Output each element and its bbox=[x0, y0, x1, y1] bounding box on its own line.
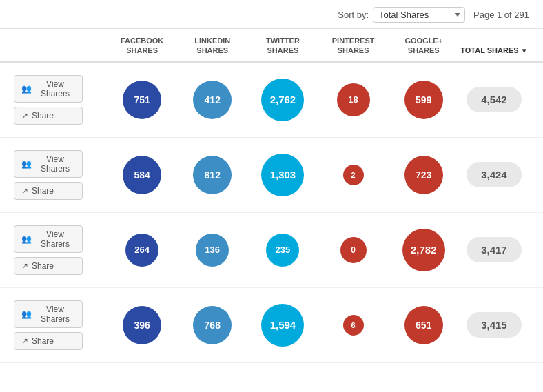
cell-linkedin: 812 bbox=[177, 156, 247, 194]
users-icon: 👥 bbox=[21, 84, 32, 94]
cell-googleplus: 2,782 bbox=[389, 229, 459, 271]
row-cells: 3967681,59466513,415 bbox=[107, 304, 529, 347]
share-button[interactable]: ↗Share bbox=[14, 332, 83, 350]
row-cells: 7514122,762185994,542 bbox=[107, 79, 529, 121]
cell-twitter: 2,762 bbox=[247, 79, 318, 121]
share-icon: ↗ bbox=[21, 186, 28, 196]
cell-googleplus: 651 bbox=[389, 306, 459, 344]
share-label: Share bbox=[32, 186, 54, 196]
cell-total: 3,424 bbox=[459, 162, 529, 187]
col-header-facebook: FACEBOOKSHARES bbox=[107, 36, 177, 56]
cell-pinterest: 6 bbox=[318, 315, 389, 336]
total-bubble: 3,417 bbox=[467, 237, 522, 262]
users-icon: 👥 bbox=[21, 309, 32, 319]
table-row: 👥View Sharers↗Share5848121,30327233,424 bbox=[0, 138, 543, 213]
total-bubble: 4,542 bbox=[467, 87, 522, 112]
bubble-linkedin: 412 bbox=[193, 81, 232, 119]
cell-pinterest: 0 bbox=[318, 237, 389, 263]
bubble-pinterest: 18 bbox=[337, 83, 370, 116]
bubble-googleplus: 651 bbox=[404, 306, 443, 344]
col-header-total: TOTAL SHARES ▼ bbox=[459, 45, 529, 55]
bubble-linkedin: 812 bbox=[193, 156, 232, 194]
row-actions: 👥View Sharers↗Share bbox=[14, 75, 107, 125]
cell-facebook: 396 bbox=[107, 306, 177, 344]
rows-container: 👥View Sharers↗Share7514122,762185994,542… bbox=[0, 63, 543, 363]
view-sharers-button[interactable]: 👥View Sharers bbox=[14, 300, 83, 328]
users-icon: 👥 bbox=[21, 159, 32, 169]
bubble-facebook: 584 bbox=[123, 156, 161, 194]
bubble-googleplus: 723 bbox=[404, 156, 443, 194]
row-cells: 26413623502,7823,417 bbox=[107, 229, 529, 271]
share-icon: ↗ bbox=[21, 111, 28, 121]
cell-linkedin: 768 bbox=[177, 306, 247, 344]
bubble-pinterest: 2 bbox=[343, 165, 364, 185]
view-sharers-button[interactable]: 👥View Sharers bbox=[14, 75, 83, 103]
table-row: 👥View Sharers↗Share7514122,762185994,542 bbox=[0, 63, 543, 138]
cell-facebook: 584 bbox=[107, 156, 177, 194]
share-icon: ↗ bbox=[21, 261, 28, 271]
bubble-twitter: 235 bbox=[266, 234, 299, 267]
total-bubble: 3,415 bbox=[467, 312, 522, 338]
col-header-googleplus: GOOGLE+SHARES bbox=[389, 36, 459, 56]
table-row: 👥View Sharers↗Share3967681,59466513,415 bbox=[0, 288, 543, 363]
bubble-linkedin: 136 bbox=[196, 234, 229, 267]
bubble-twitter: 2,762 bbox=[261, 79, 304, 121]
bubble-googleplus: 599 bbox=[404, 81, 443, 119]
cell-linkedin: 136 bbox=[177, 234, 247, 267]
row-actions: 👥View Sharers↗Share bbox=[14, 150, 107, 200]
cell-twitter: 235 bbox=[247, 234, 318, 267]
sort-select[interactable]: Total SharesFacebook SharesLinkedIn Shar… bbox=[373, 7, 465, 23]
row-actions: 👥View Sharers↗Share bbox=[14, 225, 107, 275]
cell-total: 3,415 bbox=[459, 312, 529, 338]
row-actions: 👥View Sharers↗Share bbox=[14, 300, 107, 350]
share-button[interactable]: ↗Share bbox=[14, 257, 83, 275]
bubble-linkedin: 768 bbox=[193, 306, 232, 344]
view-sharers-button[interactable]: 👥View Sharers bbox=[14, 225, 83, 253]
bubble-pinterest: 0 bbox=[340, 237, 367, 263]
cell-googleplus: 723 bbox=[389, 156, 459, 194]
row-cells: 5848121,30327233,424 bbox=[107, 154, 529, 196]
cell-total: 3,417 bbox=[459, 237, 529, 262]
sort-arrow-icon: ▼ bbox=[521, 46, 528, 55]
total-bubble: 3,424 bbox=[467, 162, 522, 187]
bubble-twitter: 1,594 bbox=[261, 304, 304, 347]
page-info: Page 1 of 291 bbox=[473, 10, 529, 20]
share-label: Share bbox=[32, 336, 54, 346]
table-row: 👥View Sharers↗Share26413623502,7823,417 bbox=[0, 213, 543, 288]
col-header-pinterest: PINTERESTSHARES bbox=[318, 36, 389, 56]
cell-facebook: 751 bbox=[107, 81, 177, 119]
view-sharers-label: View Sharers bbox=[35, 79, 75, 99]
view-sharers-label: View Sharers bbox=[35, 154, 75, 174]
cell-total: 4,542 bbox=[459, 87, 529, 112]
bubble-googleplus: 2,782 bbox=[402, 229, 445, 271]
cell-pinterest: 18 bbox=[318, 83, 389, 116]
share-button[interactable]: ↗Share bbox=[14, 107, 83, 125]
share-icon: ↗ bbox=[21, 336, 28, 346]
bubble-pinterest: 6 bbox=[343, 315, 364, 336]
col-header-twitter: TWITTERSHARES bbox=[247, 36, 318, 56]
view-sharers-label: View Sharers bbox=[35, 305, 75, 324]
cell-facebook: 264 bbox=[107, 234, 177, 267]
bubble-facebook: 264 bbox=[125, 234, 158, 267]
share-label: Share bbox=[32, 261, 54, 271]
bubble-facebook: 751 bbox=[123, 81, 161, 119]
share-button[interactable]: ↗Share bbox=[14, 182, 83, 200]
column-headers: FACEBOOKSHARES LINKEDINSHARES TWITTERSHA… bbox=[0, 29, 543, 63]
share-label: Share bbox=[32, 111, 54, 121]
sort-by-label: Sort by: bbox=[338, 10, 369, 20]
cell-googleplus: 599 bbox=[389, 81, 459, 119]
cell-twitter: 1,303 bbox=[247, 154, 318, 196]
col-header-linkedin: LINKEDINSHARES bbox=[177, 36, 247, 56]
view-sharers-label: View Sharers bbox=[35, 229, 75, 249]
cell-pinterest: 2 bbox=[318, 165, 389, 185]
cell-twitter: 1,594 bbox=[247, 304, 318, 347]
bubble-twitter: 1,303 bbox=[261, 154, 304, 196]
cell-linkedin: 412 bbox=[177, 81, 247, 119]
users-icon: 👥 bbox=[21, 234, 32, 244]
bubble-facebook: 396 bbox=[123, 306, 161, 344]
view-sharers-button[interactable]: 👥View Sharers bbox=[14, 150, 83, 178]
